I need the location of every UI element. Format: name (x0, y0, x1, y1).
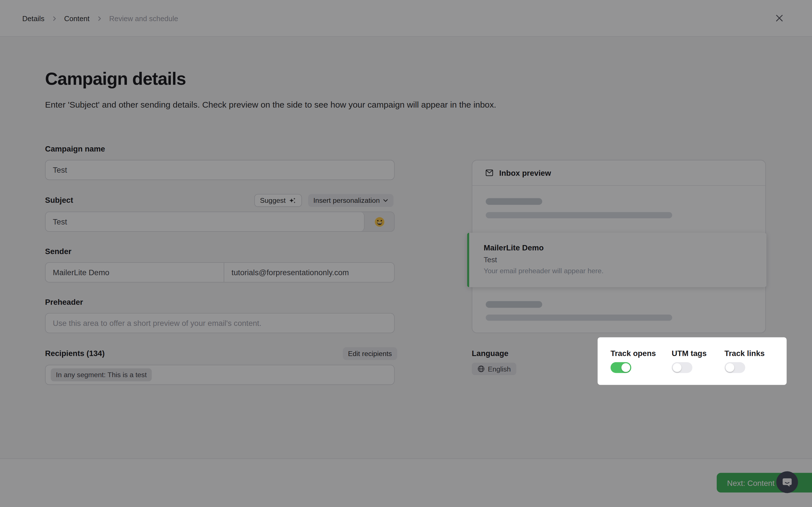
toggle-knob (725, 363, 734, 372)
utm-tags-label: UTM tags (672, 349, 707, 357)
toggle-knob (621, 363, 630, 372)
dim-overlay (0, 0, 812, 507)
toggle-knob (673, 363, 681, 372)
track-links-label: Track links (725, 349, 765, 357)
track-links-toggle[interactable] (725, 362, 745, 373)
campaign-details-modal: Details Content Review and schedule Camp… (0, 0, 812, 507)
track-opens-label: Track opens (611, 349, 656, 357)
tracking-options-spotlight: Track opens UTM tags Track links (598, 337, 786, 385)
utm-tags-toggle[interactable] (672, 362, 692, 373)
track-opens-toggle[interactable] (611, 362, 631, 373)
